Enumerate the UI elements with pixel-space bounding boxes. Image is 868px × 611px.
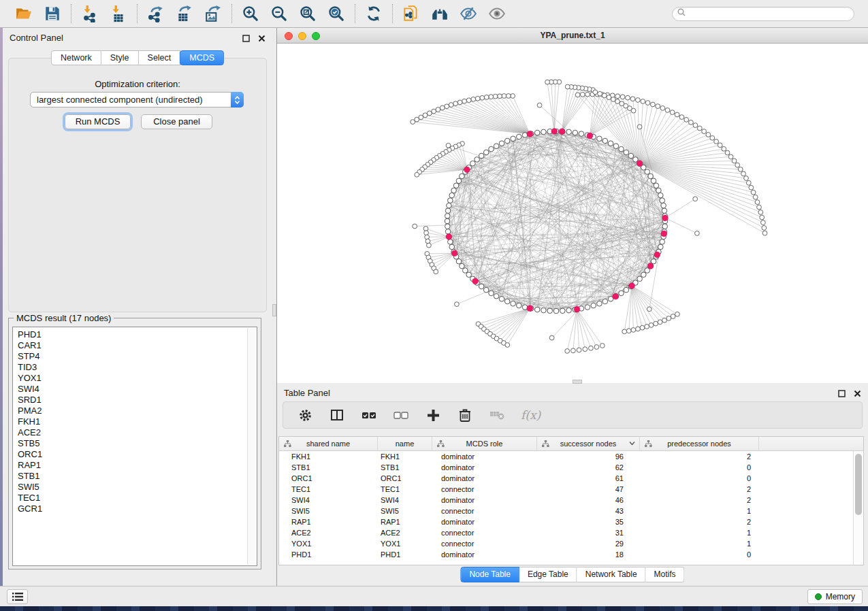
table-scrollbar-thumb[interactable] bbox=[855, 454, 862, 515]
show-columns-icon[interactable] bbox=[329, 407, 345, 423]
export-network-icon[interactable] bbox=[146, 4, 165, 23]
column-header-predecessor-nodes[interactable]: predecessor nodes bbox=[640, 437, 759, 450]
table-row-rap1[interactable]: RAP1RAP1dominator352 bbox=[279, 516, 863, 527]
table-row-orc1[interactable]: ORC1ORC1dominator610 bbox=[279, 473, 863, 484]
search-input[interactable] bbox=[686, 8, 854, 20]
network-window-titlebar[interactable]: YPA_prune.txt_1 bbox=[277, 29, 868, 44]
mcds-node[interactable] bbox=[587, 133, 593, 139]
mcds-result-item[interactable]: STB1 bbox=[18, 471, 257, 482]
mcds-result-item[interactable]: STP4 bbox=[18, 351, 257, 362]
network-canvas[interactable] bbox=[277, 44, 868, 383]
mcds-node[interactable] bbox=[527, 306, 533, 312]
close-panel-icon[interactable] bbox=[258, 33, 266, 45]
open-file-icon[interactable] bbox=[14, 4, 33, 23]
memory-button[interactable]: Memory bbox=[807, 589, 863, 604]
refresh-icon[interactable] bbox=[364, 4, 383, 23]
table-row-ace2[interactable]: ACE2ACE2connector311 bbox=[279, 527, 863, 538]
tab-network[interactable]: Network bbox=[51, 50, 101, 65]
mcds-node[interactable] bbox=[647, 263, 654, 269]
mcds-node[interactable] bbox=[574, 306, 580, 312]
table-row-tec1[interactable]: TEC1TEC1connector472 bbox=[279, 484, 863, 495]
mcds-list-scrollbar[interactable] bbox=[247, 328, 256, 565]
save-session-icon[interactable] bbox=[43, 4, 62, 23]
mcds-result-item[interactable]: RAP1 bbox=[18, 460, 257, 471]
zoom-in-icon[interactable] bbox=[241, 4, 260, 23]
window-maximize-icon[interactable] bbox=[312, 32, 320, 40]
mcds-node[interactable] bbox=[661, 231, 667, 237]
column-header-shared-name[interactable]: shared name bbox=[279, 437, 378, 450]
mcds-result-item[interactable]: ORC1 bbox=[18, 449, 257, 460]
table-row-swi4[interactable]: SWI4SWI4dominator462 bbox=[279, 495, 863, 506]
mcds-result-item[interactable]: PMA2 bbox=[18, 406, 257, 416]
mcds-result-item[interactable]: SWI4 bbox=[18, 384, 257, 395]
table-scrollbar[interactable] bbox=[853, 451, 863, 565]
mcds-result-item[interactable]: PHD1 bbox=[18, 329, 257, 340]
table-settings-gear-icon[interactable] bbox=[297, 407, 313, 423]
horizontal-splitter-handle[interactable] bbox=[573, 380, 582, 384]
mcds-result-item[interactable]: STB5 bbox=[18, 438, 257, 449]
window-close-icon[interactable] bbox=[285, 32, 293, 40]
task-list-button[interactable] bbox=[7, 589, 28, 604]
mcds-node[interactable] bbox=[613, 293, 619, 299]
export-table-icon[interactable] bbox=[175, 4, 194, 23]
mcds-node[interactable] bbox=[551, 129, 558, 135]
deselect-all-columns-icon[interactable] bbox=[393, 407, 409, 423]
show-selected-icon[interactable] bbox=[487, 4, 507, 23]
hide-selected-icon[interactable] bbox=[459, 4, 478, 23]
table-row-yox1[interactable]: YOX1YOX1connector291 bbox=[279, 538, 863, 549]
mcds-node[interactable] bbox=[464, 167, 470, 173]
import-table-icon[interactable] bbox=[109, 4, 128, 23]
mcds-node[interactable] bbox=[527, 131, 533, 137]
tab-select[interactable]: Select bbox=[139, 50, 181, 65]
search-network-icon[interactable] bbox=[430, 4, 449, 23]
zoom-fit-icon[interactable] bbox=[298, 4, 317, 23]
mcds-result-item[interactable]: CAR1 bbox=[18, 340, 257, 351]
delete-column-icon[interactable] bbox=[457, 407, 473, 423]
mcds-result-item[interactable]: TID3 bbox=[18, 362, 257, 373]
mcds-result-item[interactable]: GCR1 bbox=[18, 503, 257, 514]
zoom-out-icon[interactable] bbox=[270, 4, 289, 23]
run-mcds-button[interactable]: Run MCDS bbox=[65, 114, 131, 129]
node-table[interactable]: shared namenameMCDS rolesuccessor nodesp… bbox=[278, 436, 864, 565]
table-row-fkh1[interactable]: FKH1FKH1dominator962 bbox=[279, 451, 863, 462]
tab-edge-table[interactable]: Edge Table bbox=[519, 567, 577, 582]
tab-node-table[interactable]: Node Table bbox=[460, 567, 519, 582]
tab-style[interactable]: Style bbox=[101, 50, 139, 65]
export-image-icon[interactable] bbox=[204, 4, 223, 23]
float-panel-icon[interactable] bbox=[838, 388, 846, 400]
import-network-icon[interactable] bbox=[80, 4, 99, 23]
mcds-node[interactable] bbox=[662, 215, 669, 221]
mcds-node[interactable] bbox=[637, 161, 643, 167]
add-column-icon[interactable] bbox=[425, 407, 441, 423]
mcds-result-list[interactable]: PHD1CAR1STP4TID3YOX1SWI4SRD1PMA2FKH1ACE2… bbox=[12, 327, 257, 566]
table-row-phd1[interactable]: PHD1PHD1dominator180 bbox=[279, 549, 863, 560]
mcds-node[interactable] bbox=[629, 283, 635, 289]
share-network-icon[interactable] bbox=[402, 4, 421, 23]
float-panel-icon[interactable] bbox=[242, 33, 250, 45]
tab-mcds[interactable]: MCDS bbox=[180, 50, 224, 65]
column-header-name[interactable]: name bbox=[378, 437, 432, 450]
tab-motifs[interactable]: Motifs bbox=[646, 567, 685, 582]
mcds-result-item[interactable]: SWI5 bbox=[18, 482, 257, 493]
mcds-result-item[interactable]: SRD1 bbox=[18, 395, 257, 406]
optimization-criterion-select[interactable]: largest connected component (undirected) bbox=[30, 92, 244, 108]
close-mcds-panel-button[interactable]: Close panel bbox=[141, 114, 212, 129]
mcds-node[interactable] bbox=[654, 252, 660, 258]
vertical-splitter[interactable] bbox=[272, 28, 277, 586]
network-search-box[interactable] bbox=[672, 7, 854, 21]
mcds-node[interactable] bbox=[446, 234, 452, 240]
mcds-node[interactable] bbox=[559, 129, 565, 135]
select-all-columns-icon[interactable] bbox=[361, 407, 377, 423]
window-minimize-icon[interactable] bbox=[298, 32, 306, 40]
table-row-swi5[interactable]: SWI5SWI5connector431 bbox=[279, 506, 863, 516]
close-panel-icon[interactable] bbox=[854, 388, 861, 400]
mcds-result-item[interactable]: FKH1 bbox=[18, 416, 257, 427]
mcds-result-item[interactable]: YOX1 bbox=[18, 373, 257, 384]
mcds-result-item[interactable]: TEC1 bbox=[18, 493, 257, 503]
mcds-result-item[interactable]: ACE2 bbox=[18, 427, 257, 438]
mcds-node[interactable] bbox=[472, 278, 479, 284]
mcds-node[interactable] bbox=[451, 250, 457, 257]
table-row-stb1[interactable]: STB1STB1dominator620 bbox=[279, 462, 863, 473]
splitter-handle[interactable] bbox=[272, 304, 276, 316]
zoom-selected-icon[interactable] bbox=[327, 4, 346, 23]
